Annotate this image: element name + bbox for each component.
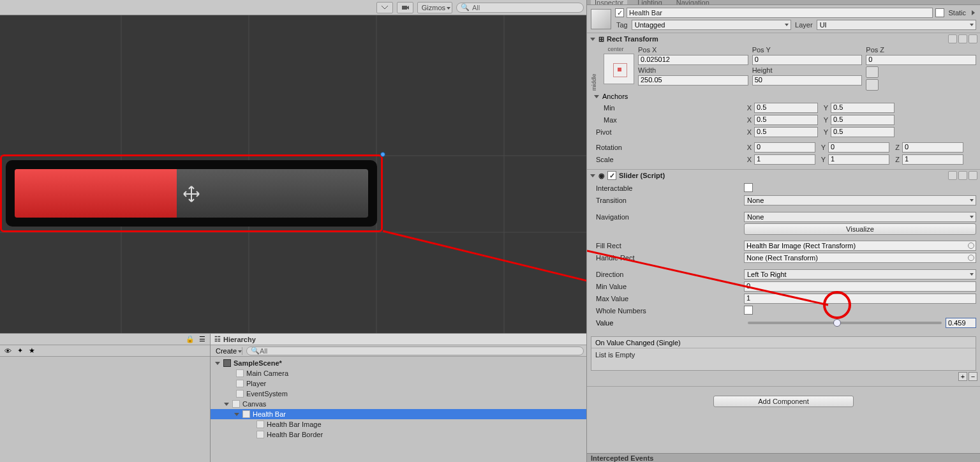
menu-icon[interactable]: ☰ — [197, 334, 207, 345]
whole-numbers-checkbox[interactable] — [744, 306, 753, 315]
anchor-v-label: middle — [591, 46, 597, 91]
slider-header[interactable]: ◉ Slider (Script) — [587, 170, 980, 181]
object-picker-icon[interactable] — [968, 255, 974, 261]
anchor-min-y-input[interactable]: 0.5 — [831, 103, 895, 113]
slider-icon: ◉ — [598, 172, 605, 180]
anchor-h-label: center — [597, 46, 634, 52]
tree-item-player[interactable]: Player — [211, 378, 586, 389]
scene-search[interactable]: 🔍All — [456, 3, 584, 13]
add-component-button[interactable]: Add Component — [713, 396, 854, 407]
hierarchy-search[interactable]: 🔍All — [246, 346, 584, 355]
gameobject-icon — [256, 420, 265, 429]
height-input[interactable]: 50 — [752, 75, 863, 86]
annotation-circle — [823, 291, 851, 319]
project-panel: 🔒 ☰ 👁 ✦ ★ — [0, 334, 211, 462]
anchor-max-y-input[interactable]: 0.5 — [831, 115, 895, 125]
scene-row[interactable]: SampleScene* — [211, 358, 586, 368]
add-event-button[interactable]: + — [958, 372, 967, 381]
tree-item-health-bar-image[interactable]: Health Bar Image — [211, 419, 586, 429]
hierarchy-tab[interactable]: ☷Hierarchy — [211, 334, 586, 345]
rect-transform-icon: ⊞ — [598, 35, 604, 43]
anchor-max-x-input[interactable]: 0.5 — [754, 115, 818, 125]
selection-handle[interactable] — [380, 152, 385, 157]
tag-dropdown[interactable]: Untagged — [632, 20, 791, 30]
gizmos-dropdown[interactable]: Gizmos — [417, 2, 452, 13]
pivot-y-input[interactable]: 0.5 — [831, 127, 895, 137]
tab-inspector[interactable]: Inspector — [591, 0, 627, 5]
scene-icon — [223, 359, 232, 368]
scene-view[interactable] — [0, 15, 586, 333]
direction-dropdown[interactable]: Left To Right — [744, 269, 976, 279]
help-icon[interactable] — [948, 171, 957, 180]
move-gizmo-icon[interactable] — [182, 185, 200, 203]
tree-item-eventsystem[interactable]: EventSystem — [211, 389, 586, 399]
min-value-input[interactable]: 0 — [744, 281, 976, 292]
transition-dropdown[interactable]: None — [744, 195, 976, 205]
event-header: On Value Changed (Single) — [591, 337, 976, 348]
preset-icon[interactable] — [958, 34, 967, 43]
scl-z-input[interactable]: 1 — [902, 154, 963, 165]
gameobject-icon — [591, 9, 611, 29]
tab-navigation[interactable]: Navigation — [672, 0, 713, 5]
active-checkbox[interactable] — [615, 8, 624, 17]
rect-transform-header[interactable]: ⊞ Rect Transform — [587, 33, 980, 45]
scl-x-input[interactable]: 1 — [754, 154, 815, 165]
hierarchy-tree[interactable]: SampleScene* Main Camera Player EventSys… — [211, 357, 586, 462]
tools-icon[interactable] — [376, 2, 393, 13]
svg-rect-0 — [402, 6, 407, 10]
visualize-button[interactable]: Visualize — [744, 223, 976, 235]
eye-icon[interactable]: 👁 — [3, 346, 13, 356]
pos-x-input[interactable]: 0.025012 — [638, 55, 748, 65]
tree-item-health-bar[interactable]: Health Bar — [211, 409, 586, 419]
lock-icon[interactable]: 🔒 — [185, 334, 195, 345]
tab-lighting[interactable]: Lighting — [634, 0, 666, 5]
anchor-min-x-input[interactable]: 0.5 — [754, 103, 818, 113]
intercepted-events-tab[interactable]: Intercepted Events — [587, 453, 980, 462]
gear-icon[interactable] — [969, 171, 977, 180]
rot-z-input[interactable]: 0 — [902, 142, 963, 153]
width-input[interactable]: 250.05 — [638, 75, 748, 86]
value-input[interactable]: 0.459 — [946, 318, 976, 328]
fill-rect-field[interactable]: Health Bar Image (Rect Transform) — [744, 241, 976, 251]
tree-item-main-camera[interactable]: Main Camera — [211, 368, 586, 378]
value-label[interactable]: Value — [591, 319, 744, 327]
object-picker-icon[interactable] — [968, 242, 974, 249]
inspector-panel: Inspector Lighting Navigation Health Bar… — [587, 0, 980, 462]
anchor-preset-button[interactable] — [604, 54, 634, 84]
search-icon: 🔍 — [251, 346, 260, 355]
create-dropdown[interactable]: Create — [213, 347, 242, 355]
static-checkbox[interactable] — [935, 8, 944, 17]
filter-icon[interactable]: ✦ — [15, 346, 25, 356]
gameobject-name-input[interactable]: Health Bar — [627, 8, 933, 18]
help-icon[interactable] — [948, 34, 957, 43]
preset-icon[interactable] — [958, 171, 967, 180]
search-icon: 🔍 — [461, 3, 470, 11]
slider-enabled-checkbox[interactable] — [607, 171, 616, 180]
raw-edit-button[interactable] — [866, 79, 879, 91]
navigation-dropdown[interactable]: None — [744, 212, 976, 222]
blueprint-mode-button[interactable] — [866, 66, 879, 78]
rot-y-input[interactable]: 0 — [828, 142, 889, 153]
slider-thumb[interactable] — [833, 319, 841, 327]
pivot-x-input[interactable]: 0.5 — [754, 127, 818, 137]
handle-rect-field[interactable]: None (Rect Transform) — [744, 253, 976, 263]
pos-y-input[interactable]: 0 — [752, 55, 863, 65]
camera-icon[interactable] — [397, 2, 413, 13]
interactable-checkbox[interactable] — [744, 183, 753, 192]
remove-event-button[interactable]: − — [969, 372, 977, 381]
static-dropdown-icon[interactable] — [970, 10, 976, 15]
gear-icon[interactable] — [969, 34, 977, 43]
tree-item-canvas[interactable]: Canvas — [211, 399, 586, 409]
inspector-tabs: Inspector Lighting Navigation — [587, 0, 980, 5]
max-value-input[interactable]: 1 — [744, 294, 976, 304]
rot-x-input[interactable]: 0 — [754, 142, 815, 153]
hierarchy-icon: ☷ — [214, 335, 221, 343]
value-slider[interactable] — [748, 322, 942, 324]
tag-label: Tag — [615, 21, 629, 29]
pos-z-input[interactable]: 0 — [866, 55, 976, 65]
scl-y-input[interactable]: 1 — [828, 154, 889, 165]
slider-component: ◉ Slider (Script) Interactable Transitio… — [587, 170, 980, 387]
star-icon[interactable]: ★ — [27, 346, 37, 356]
layer-dropdown[interactable]: UI — [817, 20, 976, 30]
tree-item-health-bar-border[interactable]: Health Bar Border — [211, 429, 586, 440]
